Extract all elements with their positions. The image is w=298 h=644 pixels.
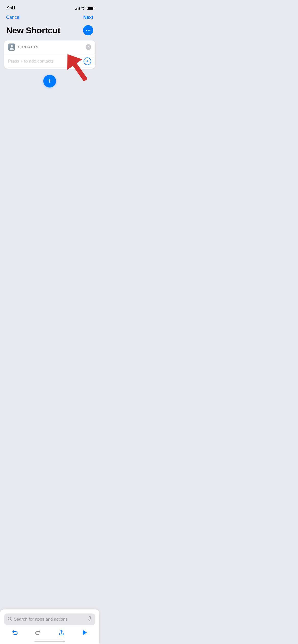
add-action-wrap: + [0,75,99,87]
close-icon: ✕ [87,45,90,49]
cancel-button[interactable]: Cancel [6,15,20,20]
contacts-card: CONTACTS ✕ Press + to add contacts + [4,40,95,69]
add-contact-button[interactable]: + [84,57,91,65]
contacts-app-icon [8,43,15,51]
more-dots-icon [86,30,90,31]
battery-icon [87,7,93,10]
svg-point-1 [11,45,13,47]
status-time: 9:41 [7,6,16,11]
contacts-placeholder: Press + to add contacts [8,59,84,64]
signal-icon [75,7,80,10]
add-action-button[interactable]: + [43,75,56,87]
contacts-clear-button[interactable]: ✕ [86,44,91,50]
contacts-input-row: Press + to add contacts + [4,54,95,69]
wifi-icon [81,7,85,10]
contacts-label: CONTACTS [18,45,86,49]
contacts-header: CONTACTS ✕ [4,40,95,54]
more-button[interactable] [83,25,93,35]
status-bar: 9:41 [0,0,99,13]
plus-icon: + [48,77,52,84]
status-icons [75,7,93,10]
nav-bar: Cancel Next [0,13,99,23]
page-header: New Shortcut [0,23,99,40]
next-button[interactable]: Next [83,15,93,20]
page-title: New Shortcut [6,25,60,35]
plus-icon: + [86,59,89,64]
